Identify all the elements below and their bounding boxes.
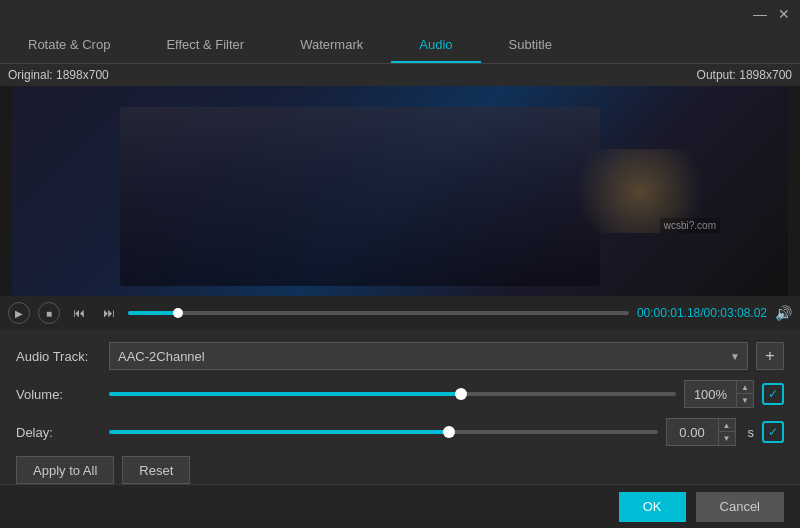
reset-button[interactable]: Reset (122, 456, 190, 484)
delay-row: Delay: ▲ ▼ s ✓ (16, 418, 784, 446)
next-button[interactable]: ⏭ (98, 302, 120, 324)
video-left-panel (0, 86, 12, 296)
video-labels: Original: 1898x700 Output: 1898x700 (0, 64, 800, 86)
bottom-actions: Apply to All Reset (16, 456, 784, 484)
delay-fill (109, 430, 449, 434)
ok-button[interactable]: OK (619, 492, 686, 522)
audio-track-label: Audio Track: (16, 349, 101, 364)
progress-fill (128, 311, 178, 315)
volume-row: Volume: ▲ ▼ ✓ (16, 380, 784, 408)
add-audio-track-button[interactable]: + (756, 342, 784, 370)
volume-thumb (455, 388, 467, 400)
tab-watermark[interactable]: Watermark (272, 28, 391, 63)
delay-input-group: ▲ ▼ (666, 418, 736, 446)
tab-bar: Rotate & Crop Effect & Filter Watermark … (0, 28, 800, 64)
original-label: Original: 1898x700 (8, 68, 109, 82)
title-bar: — ✕ (0, 0, 800, 28)
play-button[interactable]: ▶ (8, 302, 30, 324)
delay-slider[interactable] (109, 430, 658, 434)
time-display: 00:00:01.18/00:03:08.02 (637, 306, 767, 320)
volume-spin-buttons: ▲ ▼ (736, 381, 753, 407)
delay-label: Delay: (16, 425, 101, 440)
delay-spin-buttons: ▲ ▼ (718, 419, 735, 445)
volume-slider[interactable] (109, 392, 676, 396)
delay-up-button[interactable]: ▲ (719, 419, 735, 432)
video-right-panel (788, 86, 800, 296)
volume-check-icon[interactable]: ✓ (762, 383, 784, 405)
volume-down-button[interactable]: ▼ (737, 394, 753, 407)
volume-label: Volume: (16, 387, 101, 402)
cancel-button[interactable]: Cancel (696, 492, 784, 522)
volume-value[interactable] (685, 387, 736, 402)
prev-button[interactable]: ⏮ (68, 302, 90, 324)
tab-effect-filter[interactable]: Effect & Filter (138, 28, 272, 63)
footer: OK Cancel (0, 484, 800, 528)
apply-to-all-button[interactable]: Apply to All (16, 456, 114, 484)
delay-thumb (443, 426, 455, 438)
output-label: Output: 1898x700 (697, 68, 792, 82)
audio-track-select-wrapper: AAC-2Channel MP3 AAC AC3 ▼ (109, 342, 748, 370)
progress-track[interactable] (128, 311, 629, 315)
tab-audio[interactable]: Audio (391, 28, 480, 63)
audio-track-row: Audio Track: AAC-2Channel MP3 AAC AC3 ▼ … (16, 342, 784, 370)
tab-rotate-crop[interactable]: Rotate & Crop (0, 28, 138, 63)
delay-check-icon[interactable]: ✓ (762, 421, 784, 443)
volume-icon[interactable]: 🔊 (775, 305, 792, 321)
video-preview: wcsbi?.com (0, 86, 800, 296)
playback-bar: ▶ ■ ⏮ ⏭ 00:00:01.18/00:03:08.02 🔊 (0, 296, 800, 330)
minimize-button[interactable]: — (752, 6, 768, 22)
volume-fill (109, 392, 461, 396)
tab-subtitle[interactable]: Subtitle (481, 28, 580, 63)
video-watermark: wcsbi?.com (660, 218, 720, 233)
delay-down-button[interactable]: ▼ (719, 432, 735, 445)
video-figure (120, 107, 600, 286)
close-button[interactable]: ✕ (776, 6, 792, 22)
stop-button[interactable]: ■ (38, 302, 60, 324)
volume-input-group: ▲ ▼ (684, 380, 754, 408)
controls-section: Audio Track: AAC-2Channel MP3 AAC AC3 ▼ … (0, 330, 800, 496)
delay-suffix: s (748, 425, 755, 440)
delay-value[interactable] (667, 425, 718, 440)
volume-up-button[interactable]: ▲ (737, 381, 753, 394)
progress-thumb (173, 308, 183, 318)
audio-track-select[interactable]: AAC-2Channel MP3 AAC AC3 (109, 342, 748, 370)
